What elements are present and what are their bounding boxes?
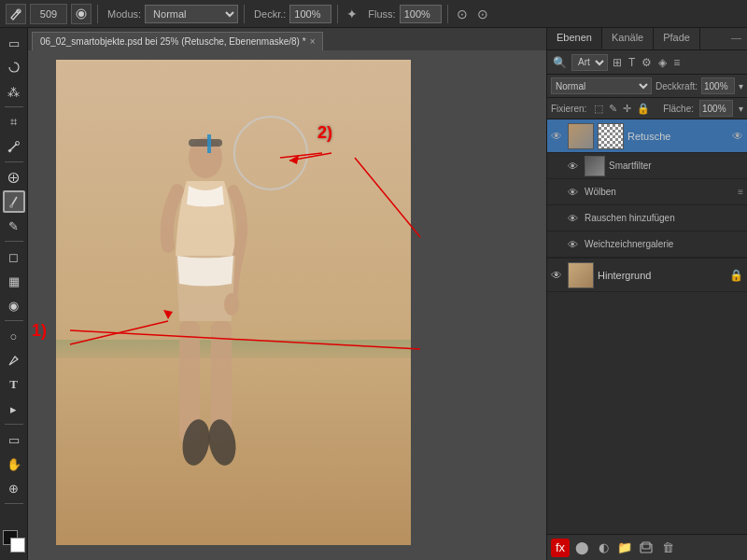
lock-transparent-icon[interactable]: ⬚: [594, 103, 603, 115]
photo-canvas: 2): [56, 60, 411, 545]
layers-icon-4[interactable]: ◈: [656, 56, 669, 69]
new-fill-layer-icon[interactable]: ⬤: [572, 539, 591, 557]
layers-filter-select[interactable]: Art: [571, 54, 608, 71]
crop-tool[interactable]: ⌗: [3, 111, 25, 133]
eyedropper-tool[interactable]: [3, 135, 25, 158]
weich-name: Weichzeichnergalerie: [585, 239, 743, 249]
tab-pfade[interactable]: Pfade: [654, 28, 700, 49]
airbrush-icon[interactable]: ✦: [344, 7, 360, 21]
zoom-tool[interactable]: ⊕: [3, 477, 25, 499]
lock-label: Fixieren:: [551, 104, 586, 114]
hand-tool[interactable]: ✋: [3, 453, 25, 475]
left-toolbox: ▭ ⁂ ⌗ ✎ ◻ ▦ ◉ ○ T ▸ ▭ ✋ ⊕: [0, 28, 28, 560]
layer-item-hintergrund[interactable]: 👁 Hintergrund 🔒: [547, 259, 747, 292]
svg-point-10: [9, 204, 13, 208]
lasso-tool[interactable]: [3, 56, 25, 78]
layers-icon-1[interactable]: ⊞: [611, 56, 624, 69]
layers-list: 👁 Retusche 👁 👁 Smartfilter: [547, 119, 747, 534]
fluss-label: Fluss:: [368, 8, 395, 20]
svg-rect-12: [189, 139, 222, 147]
search-icon: 🔍: [551, 56, 569, 69]
modus-select[interactable]: Normal: [145, 5, 238, 23]
marquee-tool[interactable]: ▭: [3, 32, 25, 54]
new-layer-icon[interactable]: [637, 539, 655, 557]
fill-expand[interactable]: ▾: [739, 104, 743, 114]
canvas-wrapper[interactable]: 2) 1): [28, 50, 546, 560]
svg-point-18: [224, 293, 239, 315]
brush-picker-icon[interactable]: [71, 4, 92, 24]
stamp-tool[interactable]: ✎: [3, 215, 25, 237]
svg-point-17: [205, 417, 239, 468]
brush-tool[interactable]: [3, 190, 25, 213]
background-color[interactable]: [10, 538, 25, 553]
gradient-tool[interactable]: ▦: [3, 270, 25, 292]
fluss-input[interactable]: [400, 5, 442, 23]
blend-mode-row: Normal Deckkraft: ▾: [547, 75, 747, 98]
retusche-visibility-icon[interactable]: 👁: [551, 130, 564, 143]
tab-kanaele[interactable]: Kanäle: [602, 28, 654, 49]
svg-rect-13: [207, 134, 211, 153]
lock-position-icon[interactable]: ✛: [623, 103, 631, 115]
main-area: ▭ ⁂ ⌗ ✎ ◻ ▦ ◉ ○ T ▸ ▭ ✋ ⊕: [0, 28, 747, 560]
wand-tool[interactable]: ⁂: [3, 80, 25, 103]
sub-layer-weich[interactable]: 👁 Weichzeichnergalerie: [547, 231, 747, 258]
pressure-opacity-icon[interactable]: ⊙: [454, 7, 471, 21]
path-select-tool[interactable]: ▸: [3, 398, 25, 420]
opacity-expand[interactable]: ▾: [739, 81, 743, 91]
svg-point-2: [78, 11, 84, 17]
layers-toggle[interactable]: ≡: [671, 56, 682, 69]
fx-icon[interactable]: fx: [551, 539, 570, 557]
separator-1: [97, 5, 98, 23]
pen-tool[interactable]: [3, 349, 25, 371]
brush-size-value: 509: [40, 8, 57, 20]
tool-sep-4: [5, 320, 23, 321]
lock-all-icon[interactable]: 🔒: [637, 103, 650, 115]
rauschen-visibility[interactable]: 👁: [568, 213, 581, 224]
separator-3: [337, 5, 338, 23]
woelben-visibility[interactable]: 👁: [568, 187, 581, 198]
eraser-tool[interactable]: ◻: [3, 245, 25, 268]
deckr-label: Deckr.:: [254, 8, 286, 20]
layer-group-retusche: 👁 Retusche 👁 👁 Smartfilter: [547, 119, 747, 259]
annotation-1: 1): [32, 321, 47, 341]
canvas-area: 06_02_smartobjekte.psd bei 25% (Retusche…: [28, 28, 546, 560]
sub-layer-smartfilter[interactable]: 👁 Smartfilter: [547, 153, 747, 179]
delete-layer-icon[interactable]: 🗑: [658, 539, 677, 557]
dodge-tool[interactable]: ○: [3, 325, 25, 347]
woelben-name: Wölben: [585, 187, 734, 197]
top-toolbar: 509 Modus: Normal Deckr.: ✦ Fluss: ⊙ ⊙: [0, 0, 747, 28]
sub-layer-woelben[interactable]: 👁 Wölben ≡: [547, 179, 747, 205]
pressure-flow-icon[interactable]: ⊙: [474, 7, 491, 21]
lock-row: Fixieren: ⬚ ✎ ✛ 🔒 Fläche: ▾: [547, 98, 747, 119]
fill-input[interactable]: [699, 100, 733, 117]
layer-item-retusche[interactable]: 👁 Retusche 👁: [547, 119, 747, 153]
shape-tool[interactable]: ▭: [3, 428, 25, 451]
annotation-2: 2): [317, 123, 332, 143]
canvas-tab[interactable]: 06_02_smartobjekte.psd bei 25% (Retusche…: [32, 32, 323, 50]
blend-mode-select[interactable]: Normal: [551, 77, 652, 94]
new-group-icon[interactable]: 📁: [615, 539, 634, 557]
panel-collapse-btn[interactable]: —: [726, 28, 747, 49]
hintergrund-visibility-icon[interactable]: 👁: [551, 269, 564, 282]
brush-size-input-wrapper[interactable]: 509: [30, 4, 67, 24]
fill-label: Fläche:: [663, 104, 694, 114]
layers-icon-2[interactable]: T: [627, 56, 637, 69]
smartfilter-visibility[interactable]: 👁: [568, 161, 581, 172]
tab-close-btn[interactable]: ×: [310, 36, 316, 47]
new-adjustment-icon[interactable]: ◐: [594, 539, 613, 557]
layers-icon-3[interactable]: ⚙: [640, 56, 654, 69]
opacity-input[interactable]: [701, 77, 735, 94]
brush-tool-icon[interactable]: [6, 4, 26, 24]
weich-visibility[interactable]: 👁: [568, 239, 581, 250]
retusche-layer-name: Retusche: [627, 131, 728, 142]
deckr-input[interactable]: [289, 5, 331, 23]
blur-tool[interactable]: ◉: [3, 294, 25, 316]
tab-ebenen[interactable]: Ebenen: [547, 28, 602, 49]
svg-rect-27: [642, 542, 650, 549]
color-swatches[interactable]: [3, 530, 25, 553]
heal-tool[interactable]: [3, 166, 25, 189]
text-tool[interactable]: T: [3, 373, 25, 396]
tool-sep-5: [5, 424, 23, 425]
sub-layer-rauschen[interactable]: 👁 Rauschen hinzufügen: [547, 205, 747, 231]
lock-pixels-icon[interactable]: ✎: [609, 103, 617, 115]
